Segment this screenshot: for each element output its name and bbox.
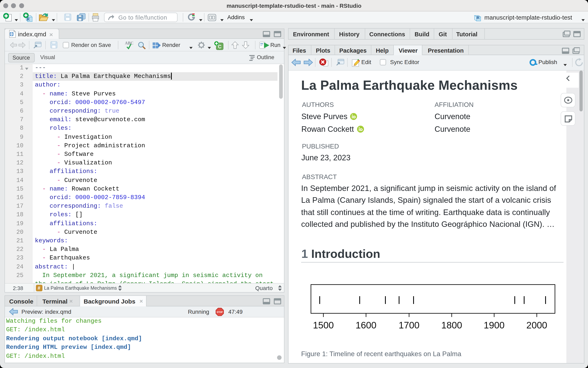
svg-text:1500: 1500 — [313, 320, 334, 331]
svg-text:ABC: ABC — [125, 41, 133, 45]
svg-text:1600: 1600 — [355, 320, 376, 331]
svg-text:1700: 1700 — [398, 320, 419, 331]
svg-text:1900: 1900 — [484, 320, 504, 331]
svg-text:1800: 1800 — [441, 320, 462, 331]
svg-text:R: R — [476, 15, 480, 20]
svg-text:2000: 2000 — [526, 320, 547, 331]
svg-text:STOP: STOP — [216, 311, 223, 313]
